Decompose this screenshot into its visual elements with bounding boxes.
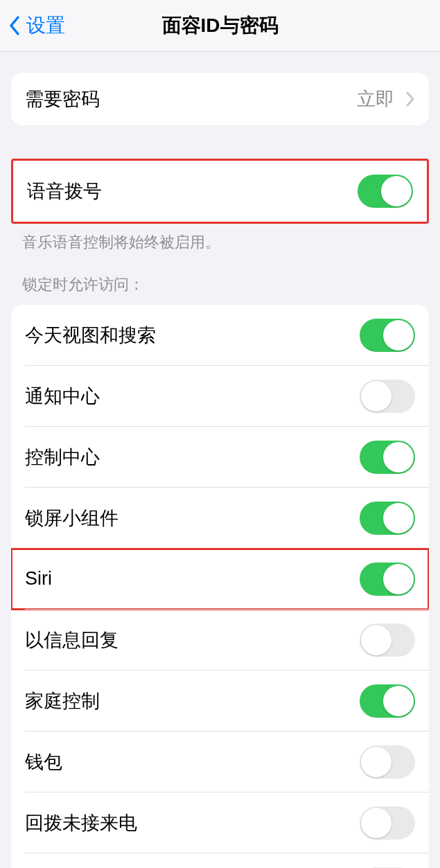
locked-access-item-label: 以信息回复 [25,628,118,653]
voice-dial-toggle[interactable] [358,175,413,208]
locked-access-header: 锁定时允许访问： [0,254,440,301]
require-passcode-value: 立即 [357,87,394,112]
toggle-knob [361,808,391,838]
toggle-knob [361,381,391,411]
locked-access-item-toggle[interactable] [360,380,415,413]
navigation-bar: 设置 面容ID与密码 [0,0,440,52]
locked-access-item-label: Siri [25,568,52,590]
locked-access-item-toggle[interactable] [360,806,415,840]
locked-access-item-toggle[interactable] [360,623,415,657]
locked-access-row: 今天视图和搜索 [11,305,429,366]
locked-access-item-label: 通知中心 [25,384,100,409]
locked-access-item-toggle[interactable] [360,684,415,718]
toggle-knob [383,442,414,472]
locked-access-item-label: 家庭控制 [25,689,100,714]
require-passcode-value-wrap: 立即 [357,87,415,112]
back-button[interactable]: 设置 [0,12,65,39]
toggle-knob [383,503,414,533]
require-passcode-label: 需要密码 [25,87,100,112]
locked-access-item-toggle[interactable] [360,319,415,352]
back-label: 设置 [26,12,65,39]
locked-access-row: 锁屏小组件 [11,488,429,549]
toggle-knob [381,176,412,206]
locked-access-row: USB配件 [11,853,429,868]
toggle-knob [383,686,414,716]
locked-access-item-toggle[interactable] [360,745,415,779]
locked-access-item-toggle[interactable] [360,502,415,535]
locked-access-row: 通知中心 [11,366,429,427]
locked-access-group: 今天视图和搜索通知中心控制中心锁屏小组件Siri以信息回复家庭控制钱包回拨未接来… [11,305,429,868]
locked-access-row: 回拨未接来电 [11,792,429,853]
locked-access-item-label: 锁屏小组件 [25,506,118,531]
page-title: 面容ID与密码 [162,12,279,39]
voice-dial-group: 语音拨号 [11,159,429,224]
locked-access-item-toggle[interactable] [360,441,415,474]
voice-dial-label: 语音拨号 [27,179,102,204]
chevron-right-icon [405,91,415,107]
toggle-knob [383,564,414,594]
require-passcode-row[interactable]: 需要密码 立即 [11,73,429,125]
locked-access-row: 钱包 [11,732,429,792]
toggle-knob [361,625,391,655]
locked-access-item-label: 钱包 [25,750,62,774]
locked-access-item-toggle[interactable] [360,563,415,596]
locked-access-row: Siri [11,549,429,610]
locked-access-item-label: 回拨未接来电 [25,811,137,835]
locked-access-row: 以信息回复 [11,610,429,671]
toggle-knob [361,747,391,777]
voice-dial-row: 语音拨号 [13,161,427,222]
voice-dial-footer: 音乐语音控制将始终被启用。 [0,224,440,254]
locked-access-row: 控制中心 [11,427,429,488]
locked-access-item-label: 控制中心 [25,445,100,470]
chevron-left-icon [8,15,21,36]
locked-access-item-label: 今天视图和搜索 [25,323,156,348]
toggle-knob [383,320,414,351]
require-passcode-group: 需要密码 立即 [11,73,429,125]
locked-access-row: 家庭控制 [11,671,429,732]
